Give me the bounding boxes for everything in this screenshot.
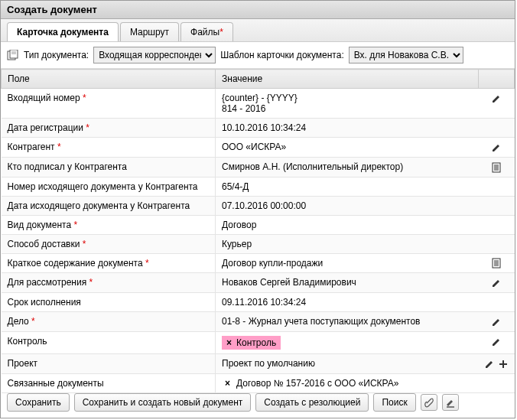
pencil-icon[interactable] (491, 278, 502, 288)
field-value: {counter} - {YYYY}814 - 2016 (216, 89, 479, 119)
pencil-icon[interactable] (491, 93, 502, 104)
svg-rect-4 (493, 163, 500, 172)
row-actions (478, 253, 514, 273)
doc-type-label: Тип документа: (24, 50, 89, 60)
field-value: Договор купли-продажи (216, 253, 479, 273)
tab-card[interactable]: Карточка документа (7, 22, 119, 41)
bottom-bar: Сохранить Сохранить и создать новый доку… (7, 393, 459, 412)
row-actions (478, 273, 514, 293)
save-button[interactable]: Сохранить (7, 393, 70, 412)
required-asterisk: * (55, 142, 61, 152)
field-value: ООО «ИСКРА» (216, 138, 479, 158)
table-row[interactable]: Дата регистрации *10.10.2016 10:34:24 (2, 119, 515, 138)
doc-type-select[interactable]: Входящая корреспонденция (93, 47, 216, 63)
pencil-icon[interactable] (491, 317, 502, 327)
field-label: Срок исполнения (2, 293, 216, 312)
svg-rect-9 (493, 259, 500, 268)
required-asterisk: * (143, 258, 149, 269)
required-asterisk: * (83, 122, 89, 133)
field-label: Проект (2, 354, 216, 374)
table-row[interactable]: Краткое содержание документа *Договор ку… (2, 253, 515, 273)
row-actions (478, 354, 514, 374)
template-label: Шаблон карточки документа: (220, 50, 344, 60)
col-header-action (478, 70, 514, 89)
row-actions (478, 332, 514, 354)
col-header-value[interactable]: Значение (216, 70, 479, 89)
row-actions (478, 373, 514, 392)
pencil-icon[interactable] (484, 359, 495, 370)
row-actions (478, 138, 514, 158)
field-value-sub: 814 - 2016 (222, 103, 472, 114)
field-value: ×Контроль (216, 332, 479, 354)
row-actions (478, 196, 514, 215)
table-row[interactable]: Связанные документы×Договор № 157-2016 с… (2, 373, 515, 392)
table-row[interactable]: Контрагент *ООО «ИСКРА» (2, 138, 515, 158)
tab-files[interactable]: Файлы* (180, 22, 233, 41)
required-asterisk: * (80, 93, 86, 103)
field-label: Для рассмотрения * (2, 273, 216, 293)
document-icon[interactable] (7, 50, 19, 60)
window-title: Создать документ (1, 1, 515, 19)
table-row[interactable]: ПроектПроект по умолчанию (2, 354, 515, 374)
table-row[interactable]: Способ доставки *Курьер (2, 234, 515, 253)
tab-files-label: Файлы (190, 27, 219, 37)
tab-route[interactable]: Маршрут (120, 22, 179, 41)
field-value: Новаков Сергей Владимирович (216, 273, 479, 293)
save-new-button[interactable]: Сохранить и создать новый документ (74, 393, 252, 412)
search-button[interactable]: Поиск (373, 393, 415, 412)
required-asterisk: * (80, 239, 86, 249)
remove-link-icon[interactable]: × (225, 378, 230, 389)
table-row[interactable]: Входящий номер *{counter} - {YYYY}814 - … (2, 89, 515, 119)
control-badge[interactable]: ×Контроль (222, 336, 281, 350)
field-label: Контроль (2, 332, 216, 354)
field-label: Входящий номер * (2, 89, 216, 119)
table-row[interactable]: Контроль×Контроль (2, 332, 515, 354)
required-asterisk: * (86, 277, 93, 288)
field-value: ×Договор № 157-2016 с ООО «ИСКРА» (216, 373, 479, 392)
pencil-icon[interactable] (491, 142, 502, 153)
form-icon[interactable] (491, 258, 502, 269)
create-resolution-button[interactable]: Создать с резолюцией (255, 393, 369, 412)
required-asterisk: * (29, 316, 35, 327)
row-actions (478, 293, 514, 312)
field-value: Проект по умолчанию (216, 354, 479, 374)
linked-doc[interactable]: Договор № 157-2016 с ООО «ИСКРА» (236, 378, 398, 389)
form-icon[interactable] (491, 162, 502, 173)
field-label: Номер исходящего документа у Контрагента (2, 177, 216, 196)
field-label: Связанные документы (2, 373, 216, 392)
table-row[interactable]: Срок исполнения09.11.2016 10:34:24 (2, 293, 515, 312)
table-row[interactable]: Вид документа *Договор (2, 215, 515, 234)
pencil-icon[interactable] (491, 337, 502, 347)
field-label: Кто подписал у Контрагента (2, 157, 216, 177)
required-asterisk: * (71, 220, 77, 230)
row-actions (478, 89, 514, 119)
row-actions (478, 177, 514, 196)
field-value: 09.11.2016 10:34:24 (216, 293, 479, 312)
field-label: Способ доставки * (2, 234, 216, 253)
row-actions (478, 215, 514, 234)
table-row[interactable]: Для рассмотрения *Новаков Сергей Владими… (2, 273, 515, 293)
attach-button[interactable] (421, 394, 437, 411)
field-value: Курьер (216, 234, 479, 253)
close-icon[interactable]: × (226, 337, 232, 348)
row-actions (478, 312, 514, 332)
field-label: Контрагент * (2, 138, 216, 158)
plus-icon[interactable] (498, 359, 509, 370)
field-value: 65/4-Д (216, 177, 479, 196)
required-asterisk: * (219, 27, 223, 37)
field-label: Дело * (2, 312, 216, 332)
template-select[interactable]: Вх. для Новакова С.В. (349, 47, 463, 63)
field-value: 10.10.2016 10:34:24 (216, 119, 479, 138)
col-header-field[interactable]: Поле (2, 70, 216, 89)
table-row[interactable]: Дата исходящего документа у Контрагента0… (2, 196, 515, 215)
field-label: Дата исходящего документа у Контрагента (2, 196, 216, 215)
field-value: Договор (216, 215, 479, 234)
table-row[interactable]: Номер исходящего документа у Контрагента… (2, 177, 515, 196)
sign-button[interactable] (442, 394, 459, 411)
table-row[interactable]: Дело *01-8 - Журнал учета поступающих до… (2, 312, 515, 332)
tabs-container: Карточка документа Маршрут Файлы* (1, 19, 515, 42)
row-actions (478, 234, 514, 253)
table-row[interactable]: Кто подписал у КонтрагентаСмирнов А.Н. (… (2, 157, 515, 177)
field-value: 01-8 - Журнал учета поступающих документ… (216, 312, 479, 332)
field-label: Вид документа * (2, 215, 216, 234)
